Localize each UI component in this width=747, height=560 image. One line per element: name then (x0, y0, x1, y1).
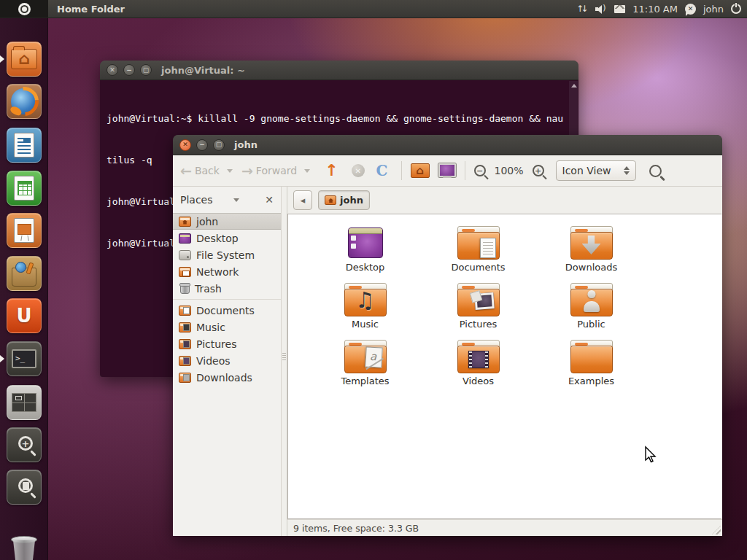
launcher-item-workspace-switcher[interactable] (7, 385, 42, 420)
trash-icon (11, 536, 37, 560)
search-files-icon (18, 478, 33, 493)
file-item-desktop[interactable]: Desktop (309, 226, 422, 283)
music-folder-icon (344, 283, 387, 316)
terminal-titlebar[interactable]: ✕ − ▢ john@Virtual: ~ (100, 61, 578, 80)
sidebar-item-downloads[interactable]: Downloads (173, 369, 281, 386)
file-item-documents[interactable]: Documents (422, 226, 535, 283)
network-indicator-icon[interactable]: ↑↓ (576, 0, 588, 18)
stop-button[interactable]: ✕ (352, 164, 365, 177)
examples-folder-icon (570, 340, 613, 373)
sidebar-item-videos[interactable]: Videos (173, 352, 281, 369)
forward-arrow-icon: → (241, 164, 253, 178)
sidebar-close-button[interactable]: ✕ (265, 194, 274, 206)
me-menu-icon[interactable]: ✕ (685, 0, 696, 18)
home-button[interactable] (411, 163, 430, 178)
launcher-item-software-center[interactable] (7, 256, 42, 291)
sidebar-item-pictures[interactable]: Pictures (173, 335, 281, 352)
file-item-templates[interactable]: Templates (309, 340, 422, 397)
refresh-button[interactable]: C (376, 162, 388, 179)
window-resize-grip[interactable] (712, 526, 721, 534)
terminal-line: john@Virtual:~$ killall -9 gnome-setting… (107, 112, 568, 125)
path-scroll-left-button[interactable]: ◂ (293, 190, 312, 210)
minimize-button[interactable]: − (196, 139, 208, 151)
sidebar-item-network[interactable]: Network (173, 263, 281, 280)
launcher-item-trash[interactable] (7, 532, 42, 560)
file-item-examples[interactable]: Examples (535, 340, 648, 397)
file-item-music[interactable]: Music (309, 283, 422, 340)
volume-indicator-icon[interactable]: ) (595, 0, 607, 18)
downloads-folder-icon (570, 226, 613, 260)
templates-folder-icon (344, 340, 387, 373)
clock-indicator[interactable]: 11:10 AM (632, 0, 678, 18)
file-item-pictures[interactable]: Pictures (422, 283, 535, 340)
sidebar-item-desktop[interactable]: Desktop (173, 230, 281, 246)
close-button[interactable]: ✕ (107, 64, 118, 76)
file-item-public[interactable]: Public (535, 283, 648, 340)
file-manager-window-title: john (234, 139, 258, 150)
user-menu[interactable]: john (703, 0, 724, 18)
launcher-item-search-applications[interactable]: + (7, 427, 42, 462)
forward-button[interactable]: → Forward (241, 164, 316, 178)
maximize-button[interactable]: ▢ (213, 139, 225, 151)
power-menu-icon[interactable] (731, 0, 741, 18)
file-manager-window[interactable]: ✕ − ▢ john ← Back → Forward ↑ ✕ C − 100%… (173, 135, 722, 536)
view-mode-select[interactable]: Icon View (556, 160, 637, 181)
status-text: 9 items, Free space: 3.3 GB (293, 523, 419, 534)
sidebar-item-file-system[interactable]: File System (173, 246, 281, 263)
minimize-button[interactable]: − (123, 64, 135, 76)
ubuntu-logo-icon (18, 3, 31, 15)
path-bar: ◂ john (287, 187, 722, 214)
downloads-folder-icon (179, 373, 191, 383)
maximize-button[interactable]: ▢ (140, 64, 152, 76)
back-history-dropdown-icon[interactable] (227, 169, 233, 173)
desktop-icon (179, 233, 191, 244)
up-button[interactable]: ↑ (325, 163, 338, 179)
launcher-item-libreoffice-impress[interactable] (7, 213, 42, 248)
launcher-item-libreoffice-writer[interactable] (7, 128, 42, 163)
ubuntu-home-button[interactable] (0, 0, 48, 18)
firefox-icon (11, 88, 37, 114)
sidebar-pane-dropdown-icon[interactable] (233, 198, 239, 202)
sidebar-separator (173, 299, 281, 300)
videos-folder-icon (179, 356, 191, 366)
path-segment-john[interactable]: john (318, 190, 370, 210)
launcher-item-home-folder[interactable] (7, 42, 42, 77)
file-item-downloads[interactable]: Downloads (535, 226, 648, 283)
launcher-item-terminal[interactable]: >_ (7, 341, 42, 376)
sidebar-pane-selector[interactable]: Places (180, 194, 213, 206)
libreoffice-writer-icon (14, 133, 34, 158)
back-button[interactable]: ← Back (180, 164, 239, 178)
launcher-item-search-files[interactable] (7, 470, 42, 505)
libreoffice-impress-icon (14, 218, 34, 243)
scroll-up-arrow-icon[interactable] (571, 84, 577, 88)
toolbar-separator (465, 161, 465, 180)
close-button[interactable]: ✕ (179, 139, 191, 151)
search-applications-icon: + (18, 436, 33, 451)
sidebar-item-music[interactable]: Music (173, 319, 281, 335)
home-icon (325, 195, 336, 205)
computer-button[interactable] (438, 163, 456, 178)
sidebar-item-documents[interactable]: Documents (173, 302, 281, 319)
forward-history-dropdown-icon[interactable] (304, 169, 310, 173)
search-button[interactable] (649, 165, 662, 177)
running-indicator-arrow (0, 355, 4, 362)
pane-resize-handle[interactable] (282, 187, 287, 536)
sidebar-item-trash[interactable]: Trash (173, 280, 281, 297)
launcher-item-libreoffice-calc[interactable] (7, 171, 42, 206)
launcher-item-ubuntu-one[interactable]: U (7, 298, 42, 333)
launcher-item-firefox[interactable] (7, 84, 42, 119)
network-icon (179, 267, 191, 277)
toolbar-separator (401, 161, 402, 180)
file-item-videos[interactable]: Videos (422, 340, 535, 397)
documents-folder-icon (457, 226, 500, 260)
file-manager-titlebar[interactable]: ✕ − ▢ john (173, 135, 722, 155)
sidebar-item-john[interactable]: john (173, 213, 281, 230)
zoom-in-button[interactable]: + (533, 165, 544, 176)
icon-view-area[interactable]: Desktop Documents Downloads (287, 214, 721, 519)
messaging-indicator-icon[interactable] (614, 0, 625, 18)
pictures-folder-icon (179, 339, 191, 349)
active-app-title: Home Folder (57, 4, 125, 15)
view-mode-spinner-icon (624, 166, 630, 175)
zoom-out-button[interactable]: − (474, 165, 486, 176)
public-folder-icon (570, 283, 613, 316)
